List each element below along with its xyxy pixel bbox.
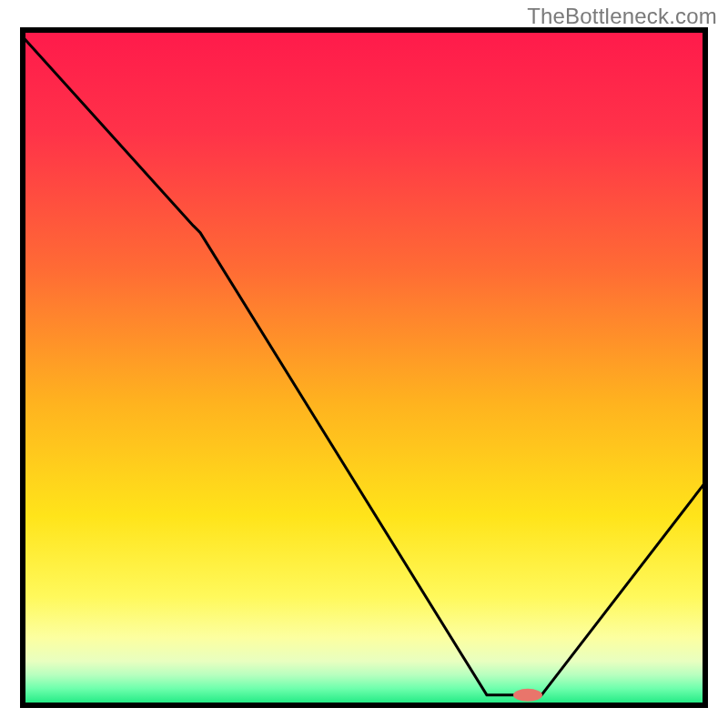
optimal-marker — [513, 689, 542, 702]
chart-background — [23, 30, 705, 705]
chart-frame: TheBottleneck.com — [0, 0, 728, 728]
watermark-text: TheBottleneck.com — [527, 4, 717, 29]
chart-svg — [0, 0, 728, 728]
